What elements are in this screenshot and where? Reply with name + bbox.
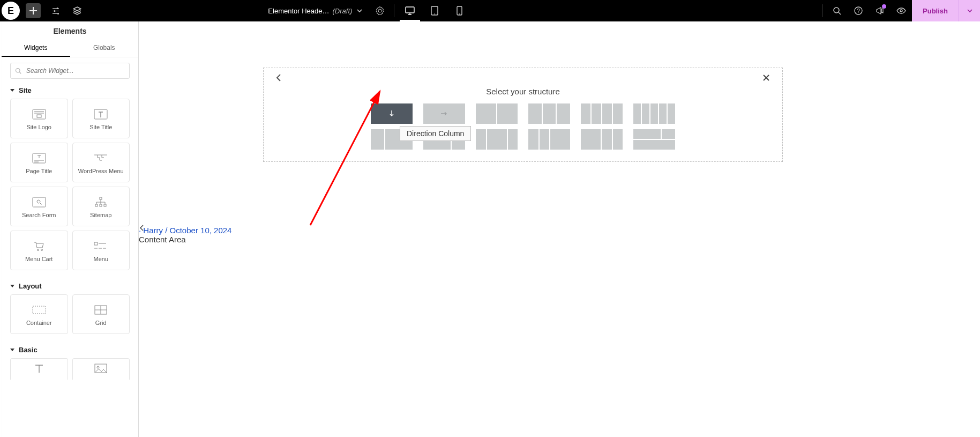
search-icon — [833, 6, 841, 15]
topbar: E Elementor Heade… (Draft) — [0, 0, 980, 21]
document-status: (Draft) — [333, 7, 353, 15]
document-title: Elementor Heade… — [268, 7, 329, 15]
document-title-area[interactable]: Elementor Heade… (Draft) — [261, 0, 369, 21]
preview-button[interactable] — [891, 0, 912, 21]
svg-rect-3 — [406, 7, 414, 13]
gear-icon — [376, 6, 384, 15]
page-settings-button[interactable] — [369, 0, 391, 21]
topbar-separator — [394, 4, 394, 17]
finder-search-button[interactable] — [826, 0, 848, 21]
notification-dot — [882, 4, 886, 9]
svg-point-0 — [57, 8, 58, 9]
svg-point-8 — [834, 8, 839, 13]
publish-button[interactable]: Publish — [912, 0, 959, 21]
svg-point-7 — [459, 13, 460, 14]
add-element-button[interactable] — [26, 3, 41, 18]
svg-text:?: ? — [857, 8, 860, 14]
device-desktop-tab[interactable] — [398, 0, 422, 21]
svg-point-1 — [54, 10, 56, 12]
desktop-icon — [405, 6, 415, 15]
eye-icon — [896, 8, 906, 14]
help-icon: ? — [854, 6, 863, 15]
elementor-logo-glyph: E — [8, 5, 14, 17]
device-tablet-tab[interactable] — [422, 0, 447, 21]
svg-point-2 — [57, 13, 59, 14]
publish-options-button[interactable] — [959, 0, 980, 21]
topbar-separator-right — [822, 4, 823, 17]
publish-label: Publish — [923, 7, 948, 15]
layers-icon — [73, 6, 81, 15]
topbar-center: Elementor Heade… (Draft) — [261, 0, 472, 21]
structure-stack-button[interactable] — [66, 0, 88, 21]
settings-sliders-button[interactable] — [45, 0, 66, 21]
topbar-left: E — [0, 0, 88, 21]
topbar-right: ? Publish — [819, 0, 980, 21]
tablet-icon — [431, 6, 438, 16]
elementor-logo[interactable]: E — [2, 2, 20, 20]
chevron-down-icon — [356, 8, 363, 14]
svg-point-11 — [900, 10, 902, 12]
notifications-button[interactable] — [869, 0, 891, 21]
plus-icon — [29, 7, 37, 14]
svg-point-5 — [435, 13, 436, 14]
mobile-icon — [457, 6, 462, 16]
help-button[interactable]: ? — [848, 0, 869, 21]
device-mobile-tab[interactable] — [447, 0, 472, 21]
chevron-down-icon — [967, 8, 973, 14]
sliders-icon — [51, 6, 60, 15]
